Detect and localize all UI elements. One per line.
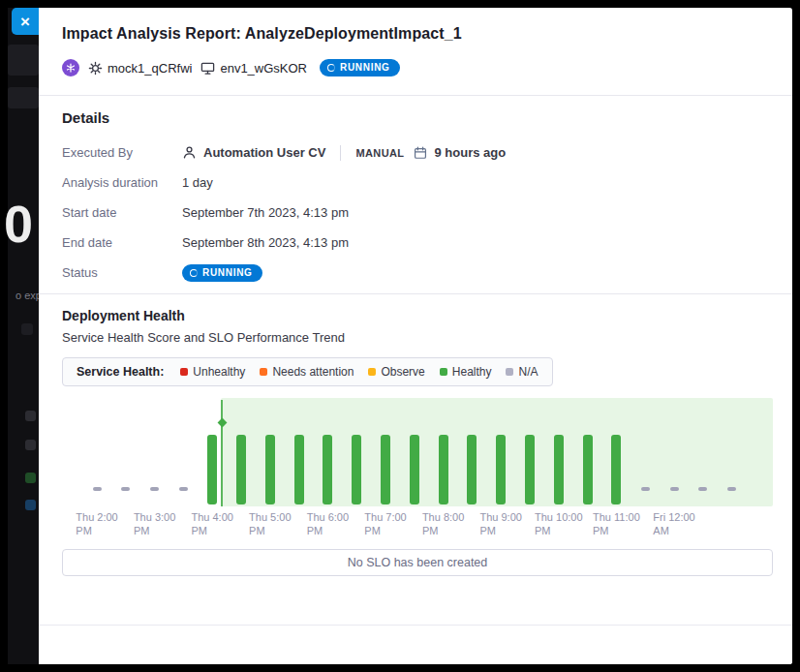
health-bar-thu-3-30-pm[interactable] xyxy=(179,487,188,491)
user-icon xyxy=(182,145,197,160)
background-stat-number: 0 xyxy=(4,198,33,250)
details-section: Details Executed By Automation User CV M… xyxy=(39,96,792,288)
health-bar-thu-6-30-pm[interactable] xyxy=(352,435,361,504)
x-axis-label: Fri 12:00AM xyxy=(653,510,694,537)
health-bar-thu-9-30-pm[interactable] xyxy=(525,435,535,504)
health-bar-thu-4-30-pm[interactable] xyxy=(236,435,246,504)
trigger-type: MANUAL xyxy=(355,147,404,159)
executed-by-user: Automation User CV xyxy=(203,145,325,160)
health-bar-thu-6-00-pm[interactable] xyxy=(323,435,332,504)
legend-swatch-icon xyxy=(440,368,447,376)
legend-item-observe: Observe xyxy=(368,365,424,379)
modal-footer xyxy=(39,625,792,664)
monitored-service[interactable]: mock1_qCRfwi xyxy=(88,61,192,76)
legend-label: Observe xyxy=(381,365,424,379)
health-bar-thu-8-00-pm[interactable] xyxy=(439,435,448,504)
deployment-health-chart: Thu 2:00PMThu 3:00PMThu 4:00PMThu 5:00PM… xyxy=(62,398,773,541)
legend-label: Healthy xyxy=(452,365,492,379)
background-panel-fragment xyxy=(8,45,39,76)
detail-row-analysis-duration: Analysis duration 1 day xyxy=(62,168,773,198)
x-axis-label: Thu 4:00PM xyxy=(191,510,232,537)
close-icon: × xyxy=(20,14,30,30)
detail-label: End date xyxy=(62,235,182,250)
legend-item-healthy: Healthy xyxy=(440,365,492,379)
legend-item-needs-attention: Needs attention xyxy=(260,365,354,379)
legend-item-unhealthy: Unhealthy xyxy=(180,365,245,379)
legend-swatch-icon xyxy=(368,368,376,376)
health-bar-thu-10-00-pm[interactable] xyxy=(554,435,564,504)
value-divider xyxy=(340,145,341,161)
health-bar-thu-7-30-pm[interactable] xyxy=(410,435,419,504)
chart-plot-area xyxy=(62,398,773,506)
report-meta-row: mock1_qCRfwi env1_wGsKOR RUNNING xyxy=(62,58,769,77)
x-axis-label: Thu 9:00PM xyxy=(479,510,521,537)
health-bar-thu-4-00-pm[interactable] xyxy=(207,435,217,504)
x-axis-label: Thu 2:00PM xyxy=(76,510,117,537)
running-spinner-icon xyxy=(327,64,335,72)
deployment-marker-line[interactable] xyxy=(221,400,223,506)
legend-title: Service Health: xyxy=(77,365,164,379)
environment-monitor-icon xyxy=(200,61,215,76)
x-axis-label: Thu 11:00PM xyxy=(593,510,640,537)
x-axis-label: Thu 3:00PM xyxy=(134,510,175,537)
impact-analysis-report-modal: Impact Analysis Report: AnalyzeDeploymen… xyxy=(39,8,792,664)
details-heading: Details xyxy=(62,109,773,126)
analysis-duration-value: 1 day xyxy=(182,175,213,190)
deployment-health-heading: Deployment Health xyxy=(62,308,773,323)
health-bar-thu-8-30-pm[interactable] xyxy=(467,435,477,504)
detail-row-start-date: Start date September 7th 2023, 4:13 pm xyxy=(62,198,773,228)
close-button[interactable]: × xyxy=(12,8,39,35)
background-icon-fragment xyxy=(25,411,36,421)
health-bar-thu-2-30-pm[interactable] xyxy=(121,487,130,491)
health-bar-fri-1-00-am[interactable] xyxy=(727,487,736,491)
status-badge: RUNNING xyxy=(182,264,262,282)
x-axis-label: Thu 5:00PM xyxy=(249,510,291,537)
background-icon-fragment xyxy=(25,473,36,483)
gear-icon xyxy=(88,61,103,76)
x-axis-label: Thu 7:00PM xyxy=(364,510,406,537)
background-panel-fragment xyxy=(8,87,39,108)
detail-row-end-date: End date September 8th 2023, 4:13 pm xyxy=(62,228,773,258)
health-bar-thu-7-00-pm[interactable] xyxy=(381,435,390,504)
environment-name: env1_wGsKOR xyxy=(220,61,307,76)
health-bar-fri-12-30-am[interactable] xyxy=(698,487,707,491)
health-bar-thu-2-00-pm[interactable] xyxy=(93,487,102,491)
x-axis-label: Thu 8:00PM xyxy=(422,510,464,537)
legend-item-n-a: N/A xyxy=(506,365,538,379)
legend-swatch-icon xyxy=(180,368,188,376)
end-date-value: September 8th 2023, 4:13 pm xyxy=(182,235,349,250)
health-bar-thu-5-00-pm[interactable] xyxy=(265,435,275,504)
service-reliability-module-icon xyxy=(62,59,79,76)
legend-label: Unhealthy xyxy=(193,365,245,379)
background-icon-fragment xyxy=(25,440,36,450)
health-bar-thu-5-30-pm[interactable] xyxy=(294,435,304,504)
detail-label: Status xyxy=(62,265,182,280)
health-bar-thu-9-00-pm[interactable] xyxy=(496,435,506,504)
status-value: RUNNING xyxy=(182,264,262,282)
no-slo-message: No SLO has been created xyxy=(62,549,773,576)
running-spinner-icon xyxy=(190,269,198,277)
chart-subtitle: Service Health Score and SLO Performance… xyxy=(62,330,773,345)
environment[interactable]: env1_wGsKOR xyxy=(200,61,307,76)
calendar-icon xyxy=(414,146,427,160)
page-title: Impact Analysis Report: AnalyzeDeploymen… xyxy=(62,23,769,45)
health-bar-thu-3-00-pm[interactable] xyxy=(150,487,159,491)
health-bar-thu-11-00-pm[interactable] xyxy=(611,435,621,504)
legend-label: Needs attention xyxy=(272,365,354,379)
x-axis-label: Thu 6:00PM xyxy=(307,510,349,537)
status-badge: RUNNING xyxy=(320,59,400,76)
health-bar-thu-11-30-pm[interactable] xyxy=(641,487,650,491)
health-bar-fri-12-00-am[interactable] xyxy=(670,487,679,491)
status-badge-label: RUNNING xyxy=(202,264,253,282)
chart-x-axis: Thu 2:00PMThu 3:00PMThu 4:00PMThu 5:00PM… xyxy=(62,510,773,541)
deployment-health-section: Deployment Health Service Health Score a… xyxy=(39,294,792,576)
executed-by-value: Automation User CV MANUAL 9 hours ago xyxy=(182,145,506,161)
background-icon-fragment xyxy=(25,500,36,510)
legend-swatch-icon xyxy=(506,368,513,376)
screen: { "backdrop": { "stat_number": "0", "hin… xyxy=(0,0,800,672)
start-date-value: September 7th 2023, 4:13 pm xyxy=(182,205,349,220)
detail-label: Executed By xyxy=(62,145,182,160)
modal-header: Impact Analysis Report: AnalyzeDeploymen… xyxy=(39,8,792,77)
health-bar-thu-10-30-pm[interactable] xyxy=(583,435,593,504)
detail-label: Analysis duration xyxy=(62,175,182,190)
